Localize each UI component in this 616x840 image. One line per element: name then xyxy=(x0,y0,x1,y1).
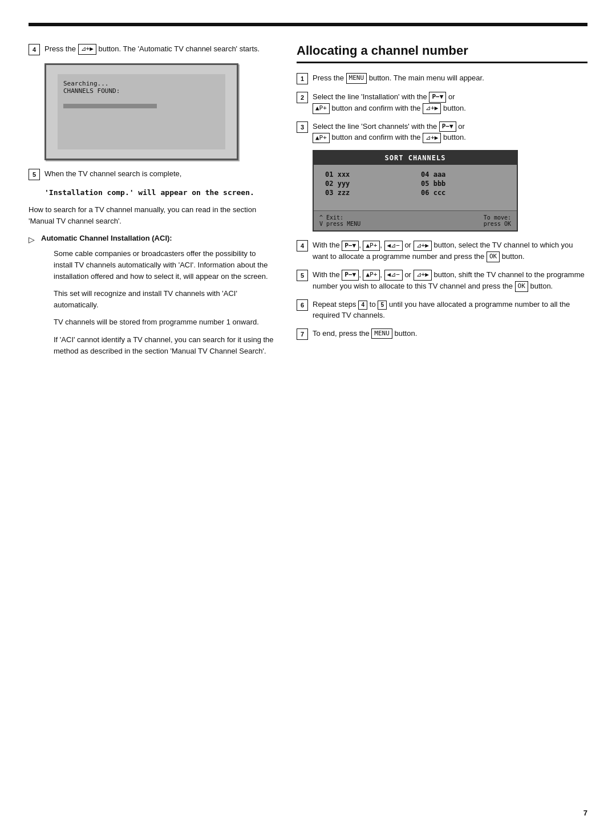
step-2-content: Select the line 'Installation' with the … xyxy=(313,91,587,114)
step-5r-btn1: P−▼ xyxy=(342,270,359,281)
step-2-right: 2 Select the line 'Installation' with th… xyxy=(297,91,587,114)
step-num-2: 2 xyxy=(297,92,308,103)
step-num-7: 7 xyxy=(297,328,308,340)
step-5r-btn2: ▲P+ xyxy=(363,270,380,281)
aci-para4: If 'ACI' cannot identify a TV channel, y… xyxy=(54,334,274,357)
sort-screen-footer: ^ Exit: V press MENU To move: press OK xyxy=(314,210,517,230)
step-4r-btn2: ▲P+ xyxy=(363,241,380,251)
step-3-text3: button and confirm with the xyxy=(332,133,421,141)
step-7-content: To end, press the MENU button. xyxy=(313,328,587,339)
aci-arrow-icon: ▷ xyxy=(29,235,35,244)
sort-footer-right: To move: press OK xyxy=(484,214,511,227)
step-5-text: When the TV channel search is complete, xyxy=(44,169,181,178)
menu-button-s1: MENU xyxy=(346,73,367,84)
step-num-3: 3 xyxy=(297,121,308,133)
aci-para3: TV channels will be stored from programm… xyxy=(54,316,274,328)
sort-item-03: 03 zzz xyxy=(325,189,410,197)
step-4-left: 4 Press the ⊿+▶ button. The 'Automatic T… xyxy=(29,43,274,55)
right-column: Allocating a channel number 1 Press the … xyxy=(297,43,587,347)
step-5r-ok: OK xyxy=(515,281,528,292)
step-1-content: Press the MENU button. The main menu wil… xyxy=(313,72,587,84)
step-2-text4: button. xyxy=(443,104,466,112)
step-6-ref4: 4 xyxy=(358,301,367,310)
aci-body: Some cable companies or broadcasters off… xyxy=(54,248,274,357)
step-7-text1: To end, press the xyxy=(313,329,370,338)
progress-bar xyxy=(63,104,157,108)
page-container: 4 Press the ⊿+▶ button. The 'Automatic T… xyxy=(0,0,616,840)
auto-search-button: ⊿+▶ xyxy=(78,44,96,55)
step-5-left-content: When the TV channel search is complete, xyxy=(44,168,274,180)
ap-plus-btn-s2: ▲P+ xyxy=(313,103,330,114)
step-5-right: 5 With the P−▼, ▲P+, ◀⊿− or ⊿+▶ button, … xyxy=(297,269,587,292)
tv-screen-inner: Searching... CHANNELS FOUND: xyxy=(58,74,225,149)
sort-item-02: 02 yyy xyxy=(325,180,410,188)
aci-para1: Some cable companies or broadcasters off… xyxy=(54,248,274,282)
step-4-text2: button. The 'Automatic TV channel search… xyxy=(98,44,260,53)
p-minus-btn-s3: P−▼ xyxy=(439,121,456,132)
step-3-right: 3 Select the line 'Sort channels' with t… xyxy=(297,121,587,144)
page-number: 7 xyxy=(583,809,587,817)
step-3-or1: or xyxy=(458,122,465,131)
tv-screen-searching: Searching... CHANNELS FOUND: xyxy=(44,63,238,160)
sort-item-05: 05 bbb xyxy=(421,180,505,188)
step-6-text2: to xyxy=(370,300,376,309)
left-column: 4 Press the ⊿+▶ button. The 'Automatic T… xyxy=(29,43,274,364)
step-5r-btn4: ⊿+▶ xyxy=(414,270,432,281)
step-4r-text1: With the xyxy=(313,241,340,249)
step-5r-text1: With the xyxy=(313,270,340,279)
sort-item-06: 06 ccc xyxy=(421,189,505,197)
step-4r-btn1: P−▼ xyxy=(342,241,359,251)
step-1-text2: button. The main menu will appear. xyxy=(369,74,484,82)
step-3-content: Select the line 'Sort channels' with the… xyxy=(313,121,587,144)
ap-plus-btn-s3: ▲P+ xyxy=(313,133,330,144)
two-column-layout: 4 Press the ⊿+▶ button. The 'Automatic T… xyxy=(29,43,587,364)
step-4r-ok: OK xyxy=(487,251,500,262)
step-7-text2: button. xyxy=(394,329,417,338)
step-6-ref5: 5 xyxy=(378,301,387,310)
section-heading: Allocating a channel number xyxy=(297,43,587,63)
sort-screen-header: SORT CHANNELS xyxy=(314,151,517,165)
aci-para2: This set will recognize and install TV c… xyxy=(54,288,274,311)
step-2-or1: or xyxy=(448,92,455,101)
sort-channels-screen: SORT CHANNELS 01 xxx 04 aaa 02 yyy 05 bb… xyxy=(313,150,518,232)
step-7-right: 7 To end, press the MENU button. xyxy=(297,328,587,340)
sort-item-04: 04 aaa xyxy=(421,171,505,178)
step-num-5-right: 5 xyxy=(297,270,308,281)
step-6-content: Repeat steps 4 to 5 until you have alloc… xyxy=(313,299,587,321)
step-4-right: 4 With the P−▼, ▲P+, ◀⊿− or ⊿+▶ button, … xyxy=(297,240,587,262)
step-4r-btn4: ⊿+▶ xyxy=(414,241,432,251)
sort-screen-body: 01 xxx 04 aaa 02 yyy 05 bbb 03 zzz 06 cc… xyxy=(314,165,517,200)
step-4-text1: Press the xyxy=(44,44,76,53)
searching-line1: Searching... xyxy=(63,80,220,87)
step-num-4-right: 4 xyxy=(297,240,308,251)
top-border xyxy=(29,23,587,26)
step-num-5-left: 5 xyxy=(29,169,40,180)
step-2-text1: Select the line 'Installation' with the xyxy=(313,92,427,101)
step-5r-btn3: ◀⊿− xyxy=(384,270,403,281)
sort-footer-left: ^ Exit: V press MENU xyxy=(319,214,360,227)
step-num-6: 6 xyxy=(297,299,308,311)
step-4r-btn3: ◀⊿− xyxy=(384,241,403,251)
step-2-text3: button and confirm with the xyxy=(332,104,421,112)
searching-line2: CHANNELS FOUND: xyxy=(63,87,220,95)
step-6-text1: Repeat steps xyxy=(313,300,356,309)
step-1-text1: Press the xyxy=(313,74,344,82)
aci-title: Automatic Channel Installation (ACI): xyxy=(41,234,274,242)
step-4-right-content: With the P−▼, ▲P+, ◀⊿− or ⊿+▶ button, se… xyxy=(313,240,587,262)
step-num-4-left: 4 xyxy=(29,44,40,55)
step-num-1: 1 xyxy=(297,73,308,84)
step-6-right: 6 Repeat steps 4 to 5 until you have all… xyxy=(297,299,587,321)
menu-button-s7: MENU xyxy=(371,328,392,339)
confirm-btn-s3: ⊿+▶ xyxy=(423,133,441,144)
p-minus-btn-s2: P−▼ xyxy=(429,92,446,103)
step-4-left-content: Press the ⊿+▶ button. The 'Automatic TV … xyxy=(44,43,274,55)
step-4r-text3: button. xyxy=(502,252,525,261)
step-1-right: 1 Press the MENU button. The main menu w… xyxy=(297,72,587,84)
manual-search-note: How to search for a TV channel manually,… xyxy=(29,204,274,227)
aci-section: ▷ Automatic Channel Installation (ACI): … xyxy=(29,234,274,357)
sort-item-01: 01 xxx xyxy=(325,171,410,178)
installation-comp-note: 'Installation comp.' will appear on the … xyxy=(44,187,274,198)
step-5-left: 5 When the TV channel search is complete… xyxy=(29,168,274,180)
step-5r-text3: button. xyxy=(530,282,553,290)
step-3-text4: button. xyxy=(443,133,466,141)
